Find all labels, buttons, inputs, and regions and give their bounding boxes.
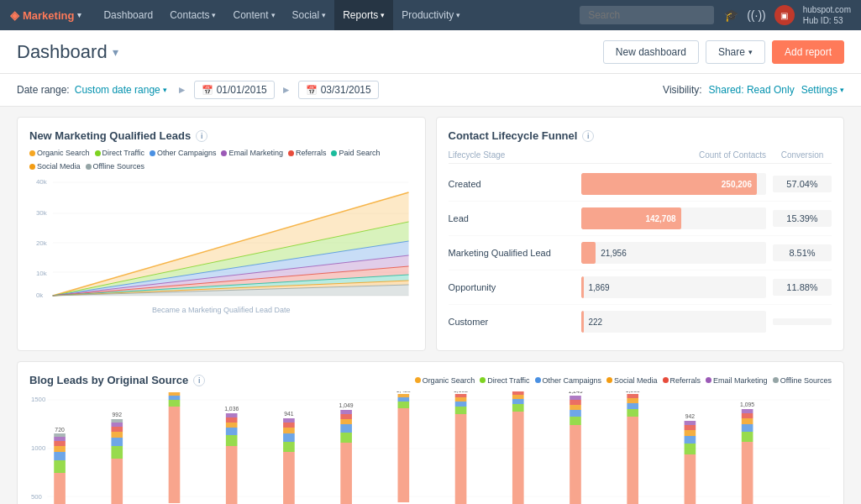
- svg-text:1500: 1500: [31, 396, 46, 403]
- svg-rect-112: [627, 394, 638, 398]
- funnel-conv-created: 57.04%: [773, 176, 832, 192]
- funnel-row-lead: Lead 142,708 15.39%: [449, 202, 832, 236]
- svg-text:500: 500: [31, 493, 43, 501]
- add-report-button[interactable]: Add report: [772, 40, 844, 64]
- nav-item-dashboard[interactable]: Dashboard: [95, 0, 161, 30]
- svg-rect-68: [283, 423, 295, 428]
- search-input[interactable]: [580, 6, 714, 24]
- nav-item-productivity[interactable]: Productivity▾: [393, 0, 469, 30]
- svg-rect-82: [398, 397, 410, 402]
- svg-rect-67: [283, 428, 295, 433]
- social-chevron-icon: ▾: [322, 11, 326, 19]
- svg-rect-42: [111, 446, 123, 459]
- date-separator: ►: [281, 84, 291, 96]
- funnel-bar-lead: 142,708: [581, 207, 767, 229]
- panel-blog-leads: Blog Leads by Original Source i Organic …: [17, 361, 844, 504]
- funnel-col-stage: Lifecycle Stage: [449, 150, 575, 160]
- share-button[interactable]: Share ▾: [706, 40, 765, 64]
- date-range-type[interactable]: Custom date range ▾: [75, 84, 167, 96]
- svg-text:1,036: 1,036: [224, 406, 239, 412]
- blog-legend-organic: Organic Search: [415, 376, 475, 385]
- mql-x-label: Became a Marketing Qualified Lead Date: [29, 306, 413, 314]
- settings-chevron-icon: ▾: [840, 86, 844, 94]
- svg-rect-96: [512, 395, 524, 399]
- svg-rect-105: [570, 396, 581, 400]
- blog-legend-email: Email Marketing: [706, 376, 768, 385]
- page-header: Dashboard ▾ New dashboard Share ▾ Add re…: [0, 30, 861, 74]
- svg-text:1/26/2015: 1/26/2015: [103, 300, 131, 302]
- svg-text:20k: 20k: [36, 239, 47, 247]
- nav-item-contacts[interactable]: Contacts▾: [161, 0, 224, 30]
- svg-text:40k: 40k: [36, 178, 47, 186]
- svg-rect-36: [54, 441, 66, 446]
- svg-rect-116: [685, 444, 696, 454]
- funnel-conv-mql: 8.51%: [773, 244, 832, 261]
- svg-text:1,352: 1,352: [454, 391, 468, 393]
- svg-text:720: 720: [55, 427, 65, 433]
- brand-icon: ◈: [10, 8, 19, 22]
- svg-rect-124: [742, 432, 753, 442]
- nav-item-reports[interactable]: Reports▾: [334, 0, 393, 30]
- svg-rect-93: [512, 412, 524, 504]
- funnel-col-count: Count of Contacts: [581, 150, 767, 160]
- svg-rect-86: [455, 414, 467, 504]
- visibility-value[interactable]: Shared: Read Only: [709, 84, 795, 96]
- end-date-input[interactable]: 📅 03/31/2015: [298, 81, 379, 99]
- date-range-label: Date range:: [17, 84, 70, 96]
- svg-rect-41: [111, 459, 123, 504]
- svg-rect-123: [742, 442, 753, 504]
- svg-rect-101: [570, 417, 581, 425]
- svg-rect-80: [398, 408, 410, 502]
- calendar-icon: 📅: [202, 85, 213, 96]
- nav-brand[interactable]: ◈ Marketing ▾: [10, 8, 81, 22]
- svg-rect-111: [627, 398, 638, 403]
- settings-button[interactable]: Settings ▾: [801, 84, 844, 96]
- legend-referrals: Referrals: [288, 149, 327, 157]
- legend-social: Social Media: [29, 162, 81, 171]
- svg-text:1,428: 1,428: [396, 391, 411, 393]
- blog-legend-other: Other Campaigns: [535, 376, 602, 385]
- svg-text:3/23/2015: 3/23/2015: [361, 300, 389, 302]
- legend-offline: Offline Sources: [86, 162, 144, 171]
- visibility-label: Visibility:: [663, 84, 701, 96]
- new-dashboard-button[interactable]: New dashboard: [603, 40, 699, 64]
- svg-text:10k: 10k: [36, 270, 47, 277]
- svg-text:1,243: 1,243: [568, 391, 582, 394]
- svg-rect-83: [398, 394, 410, 397]
- top-nav: ◈ Marketing ▾ Dashboard Contacts▾ Conten…: [0, 0, 861, 30]
- svg-rect-128: [742, 409, 753, 413]
- date-bar: Date range: Custom date range ▾ ► 📅 01/0…: [0, 74, 861, 107]
- svg-text:0k: 0k: [36, 291, 43, 299]
- funnel-info-icon[interactable]: i: [582, 130, 594, 142]
- graduation-icon[interactable]: 🎓: [724, 8, 738, 22]
- funnel-conv-opportunity: 11.88%: [773, 279, 832, 296]
- svg-rect-46: [111, 423, 123, 427]
- brand-chevron-icon: ▾: [77, 11, 81, 19]
- blog-leads-info-icon[interactable]: i: [193, 375, 205, 386]
- start-date-input[interactable]: 📅 01/01/2015: [194, 81, 275, 99]
- svg-text:1/12/2015: 1/12/2015: [39, 300, 66, 302]
- blog-leads-title: Blog Leads by Original Source i: [29, 374, 205, 386]
- blog-legend-offline: Offline Sources: [773, 376, 832, 385]
- svg-rect-35: [54, 446, 66, 452]
- svg-text:941: 941: [284, 411, 294, 417]
- svg-rect-74: [340, 424, 352, 433]
- funnel-header: Lifecycle Stage Count of Contacts Conver…: [449, 150, 832, 164]
- user-avatar[interactable]: ▣: [774, 5, 795, 25]
- svg-rect-103: [570, 405, 581, 410]
- svg-rect-57: [226, 435, 238, 446]
- legend-direct: Direct Traffic: [95, 149, 144, 157]
- legend-organic: Organic Search: [29, 149, 90, 157]
- svg-rect-87: [455, 407, 467, 414]
- svg-text:1,335: 1,335: [626, 391, 640, 393]
- dashboard-dropdown-icon[interactable]: ▾: [113, 45, 118, 59]
- mql-title: New Marketing Qualified Leads i: [29, 129, 413, 142]
- notification-icon[interactable]: ((·)): [747, 8, 766, 22]
- nav-item-content[interactable]: Content▾: [224, 0, 283, 30]
- mql-chart: 40k 30k 20k 10k 0k: [29, 176, 413, 310]
- nav-item-social[interactable]: Social▾: [284, 0, 335, 30]
- svg-rect-97: [512, 391, 524, 395]
- svg-rect-73: [340, 433, 352, 443]
- mql-info-icon[interactable]: i: [196, 130, 207, 142]
- svg-rect-37: [54, 437, 66, 441]
